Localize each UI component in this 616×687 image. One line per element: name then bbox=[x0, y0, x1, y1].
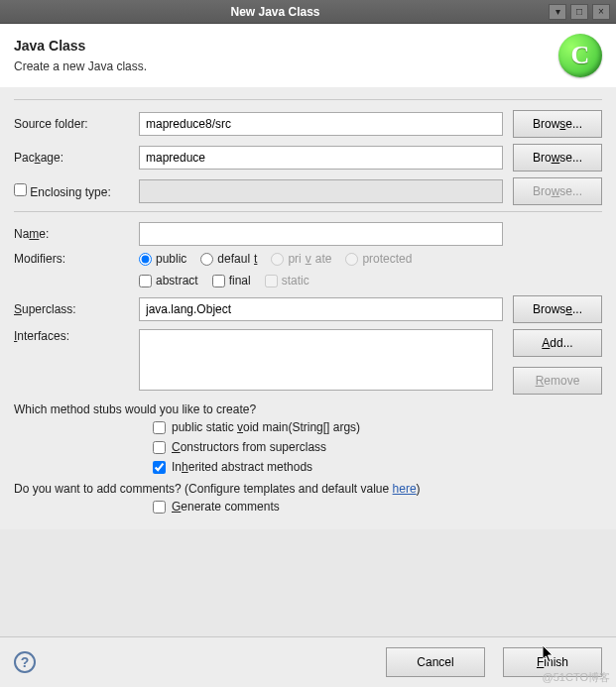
modifier-abstract[interactable]: abstract bbox=[139, 274, 198, 287]
here-link[interactable]: here bbox=[393, 482, 417, 496]
stub-inherited-checkbox[interactable] bbox=[153, 461, 166, 474]
modifier-public[interactable]: public bbox=[139, 252, 186, 266]
titlebar: New Java Class ▾ □ × bbox=[0, 0, 616, 24]
modifier-static: static bbox=[265, 274, 309, 287]
separator bbox=[14, 211, 602, 212]
generate-comments-checkbox[interactable] bbox=[153, 501, 166, 514]
source-folder-label: Source folder: bbox=[14, 117, 139, 131]
modifier-final[interactable]: final bbox=[212, 274, 251, 287]
maximize-button[interactable]: □ bbox=[570, 4, 588, 20]
stub-main-checkbox[interactable] bbox=[153, 421, 166, 434]
dialog-footer: ? Cancel Finish bbox=[0, 636, 616, 687]
interfaces-label: Interfaces: bbox=[14, 329, 139, 343]
dialog-header: Java Class Create a new Java class. C bbox=[0, 24, 616, 87]
enclosing-type-input bbox=[139, 179, 503, 203]
stub-inherited-label[interactable]: Inherited abstract methods bbox=[172, 460, 312, 474]
stub-constructors-label[interactable]: Constructors from superclass bbox=[172, 440, 326, 454]
enclosing-type-checkbox[interactable] bbox=[14, 183, 27, 196]
superclass-input[interactable] bbox=[139, 297, 503, 321]
add-interface-button[interactable]: Add... bbox=[513, 329, 602, 357]
generate-comments-label[interactable]: Generate comments bbox=[172, 500, 280, 514]
browse-source-button[interactable]: Browse... bbox=[513, 110, 602, 138]
comments-question: Do you want to add comments? (Configure … bbox=[14, 482, 602, 496]
browse-package-button[interactable]: Browse... bbox=[513, 144, 602, 172]
enclosing-type-label[interactable]: Enclosing type: bbox=[14, 183, 139, 199]
superclass-label: Superclass: bbox=[14, 302, 139, 316]
stub-main-label[interactable]: public static void main(String[] args) bbox=[172, 420, 360, 434]
package-label: Package: bbox=[14, 151, 139, 165]
window-title: New Java Class bbox=[6, 5, 545, 19]
stubs-question: Which method stubs would you like to cre… bbox=[14, 402, 602, 416]
name-input[interactable] bbox=[139, 222, 503, 246]
source-folder-input[interactable] bbox=[139, 112, 503, 136]
name-label: Name: bbox=[14, 227, 139, 241]
browse-superclass-button[interactable]: Browse... bbox=[513, 295, 602, 323]
modifier-protected: protected bbox=[345, 252, 412, 266]
close-button[interactable]: × bbox=[592, 4, 610, 20]
modifier-private: private bbox=[271, 252, 331, 266]
modifiers-label: Modifiers: bbox=[14, 252, 139, 266]
modifier-default[interactable]: default bbox=[200, 252, 257, 266]
stub-constructors-checkbox[interactable] bbox=[153, 441, 166, 454]
package-input[interactable] bbox=[139, 146, 503, 170]
minimize-button[interactable]: ▾ bbox=[549, 4, 566, 20]
help-icon[interactable]: ? bbox=[14, 651, 36, 673]
class-icon: C bbox=[558, 34, 602, 77]
watermark: @51CTO博客 bbox=[543, 670, 610, 685]
browse-enclosing-button: Browse... bbox=[513, 177, 602, 205]
remove-interface-button: Remove bbox=[513, 367, 602, 395]
separator bbox=[14, 99, 602, 100]
cancel-button[interactable]: Cancel bbox=[386, 647, 485, 677]
interfaces-list[interactable] bbox=[139, 329, 493, 391]
header-subtitle: Create a new Java class. bbox=[14, 59, 558, 73]
header-title: Java Class bbox=[14, 38, 558, 54]
